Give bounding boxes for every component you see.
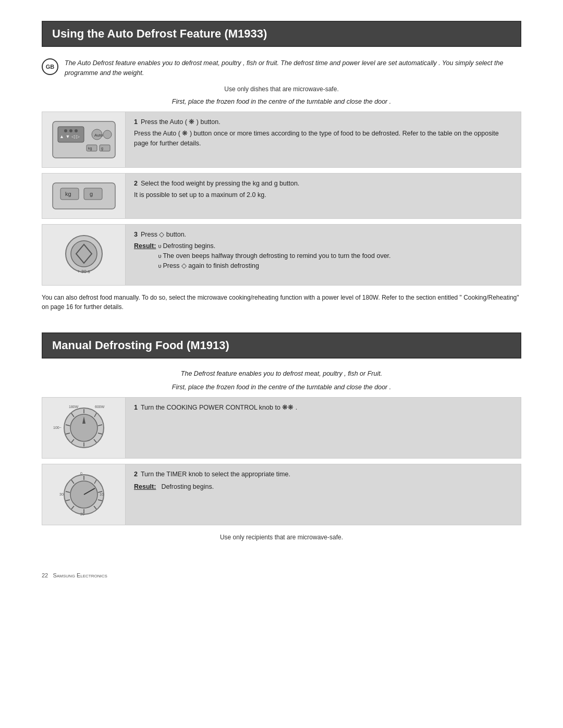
manual-step-row-1: 180W 600W 100~ 1 Turn the COOKING POWER … bbox=[42, 397, 521, 459]
svg-text:10: 10 bbox=[100, 492, 104, 496]
section1-title: Using the Auto Defrost Feature (M1933) bbox=[42, 21, 521, 47]
step-number-2: 2 bbox=[134, 179, 138, 189]
result-item-3-2: Press ◇ again to finish defrosting bbox=[158, 261, 390, 271]
result-item-3-1: The oven beeps halfway through defrostin… bbox=[158, 251, 390, 261]
svg-point-2 bbox=[64, 129, 67, 132]
svg-text:kg: kg bbox=[65, 191, 71, 197]
company-name: Samsung Electronics bbox=[53, 572, 107, 578]
result-label-3: Result: bbox=[134, 241, 156, 251]
svg-text:600W: 600W bbox=[95, 405, 105, 409]
footer-note: Use only recipients that are microwave-s… bbox=[42, 534, 521, 541]
manual-step-content-2: 2 Turn the TIMER knob to select the appr… bbox=[126, 464, 521, 525]
svg-text:+ 30 s: + 30 s bbox=[77, 269, 90, 274]
step-content-1: 1 Press the Auto ( ❋ ) button. Press the… bbox=[126, 112, 521, 167]
svg-text:0: 0 bbox=[80, 472, 82, 475]
step-main-text-3: Press ◇ button. bbox=[141, 230, 186, 240]
step-sub-text-1: Press the Auto ( ❋ ) button once or more… bbox=[134, 129, 512, 149]
svg-text:30: 30 bbox=[59, 492, 64, 496]
svg-text:180W: 180W bbox=[69, 405, 79, 409]
manual-step-header-1: 1 Turn the COOKING POWER CONTROL knob to… bbox=[134, 403, 512, 413]
svg-text:g: g bbox=[90, 191, 93, 197]
step-image-2: kg g bbox=[42, 174, 126, 218]
manual-step-number-2: 2 bbox=[134, 470, 138, 479]
step-header-1: 1 Press the Auto ( ❋ ) button. bbox=[134, 117, 512, 127]
step-row-2: kg g 2 Select the food weight by pressin… bbox=[42, 173, 521, 219]
result-row-manual-2: Result: Defrosting begins. bbox=[134, 482, 512, 492]
intro-block: GB The Auto Defrost feature enables you … bbox=[42, 58, 521, 78]
svg-text:20: 20 bbox=[80, 512, 84, 516]
result-label-manual-2: Result: bbox=[134, 482, 156, 492]
step-row-1: ▲ ▼ ◁ ▷ Auto kg g 1 Press the Auto ( ❋ )… bbox=[42, 112, 521, 168]
svg-text:Auto: Auto bbox=[94, 133, 103, 138]
defrost-feature-text: The Defrost feature enables you to defro… bbox=[42, 370, 521, 377]
manual-step-main-text-1: Turn the COOKING POWER CONTROL knob to ❋… bbox=[141, 403, 297, 413]
svg-rect-16 bbox=[84, 188, 102, 200]
svg-text:g: g bbox=[101, 146, 103, 151]
result-list-3: Defrosting begins. The oven beeps halfwa… bbox=[158, 241, 390, 270]
result-item-3-0: Defrosting begins. bbox=[158, 241, 390, 251]
manual-step-image-2: 0 10 20 30 bbox=[42, 464, 126, 525]
svg-point-3 bbox=[69, 129, 72, 132]
section-auto-defrost: Using the Auto Defrost Feature (M1933) G… bbox=[42, 21, 521, 312]
svg-point-8 bbox=[103, 130, 112, 139]
manual-step-header-2: 2 Turn the TIMER knob to select the appr… bbox=[134, 470, 512, 479]
step-main-text-1: Press the Auto ( ❋ ) button. bbox=[141, 117, 221, 127]
svg-text:kg: kg bbox=[88, 146, 92, 151]
page-footer: 22 Samsung Electronics bbox=[42, 572, 521, 578]
step-main-text-2: Select the food weight by pressing the k… bbox=[141, 179, 299, 189]
svg-text:▲ ▼ ◁ ▷: ▲ ▼ ◁ ▷ bbox=[59, 134, 80, 139]
svg-text:100~: 100~ bbox=[53, 426, 62, 429]
manual-step-main-text-2: Turn the TIMER knob to select the approp… bbox=[141, 470, 290, 479]
manual-step-image-1: 180W 600W 100~ bbox=[42, 398, 126, 458]
step-header-2: 2 Select the food weight by pressing the… bbox=[134, 179, 512, 189]
step-number-3: 3 bbox=[134, 230, 138, 240]
section-manual-defrost: Manual Defrosting Food (M1913) The Defro… bbox=[42, 332, 521, 541]
step-image-1: ▲ ▼ ◁ ▷ Auto kg g bbox=[42, 112, 126, 167]
instruction-note-1: First, place the frozen food in the cent… bbox=[42, 98, 521, 105]
step-header-3: 3 Press ◇ button. bbox=[134, 230, 512, 240]
result-item-manual-2: Defrosting begins. bbox=[161, 482, 214, 492]
manual-step-number-1: 1 bbox=[134, 403, 138, 413]
page-number: 22 bbox=[42, 572, 48, 578]
result-row-3: Result: Defrosting begins. The oven beep… bbox=[134, 241, 512, 270]
step-row-3: + 30 s 3 Press ◇ button. Result: Defrost… bbox=[42, 224, 521, 286]
section2-title: Manual Defrosting Food (M1913) bbox=[42, 332, 521, 359]
center-note-1: Use only dishes that are microwave-safe. bbox=[42, 85, 521, 93]
step-sub-text-2: It is possible to set up to a maxinum of… bbox=[134, 190, 512, 200]
svg-point-4 bbox=[75, 129, 78, 132]
step-image-3: + 30 s bbox=[42, 225, 126, 285]
intro-text: The Auto Defrost feature enables you to … bbox=[65, 58, 521, 78]
manual-note: You can also defrost food manually. To d… bbox=[42, 293, 521, 312]
manual-step-row-2: 0 10 20 30 2 Turn the TIMER knob to sele… bbox=[42, 464, 521, 525]
gb-badge: GB bbox=[42, 58, 58, 75]
manual-step-content-1: 1 Turn the COOKING POWER CONTROL knob to… bbox=[126, 398, 521, 458]
step-content-2: 2 Select the food weight by pressing the… bbox=[126, 174, 521, 218]
step-number-1: 1 bbox=[134, 117, 138, 127]
instruction-note-2: First, place the frozen food in the cent… bbox=[42, 384, 521, 391]
step-content-3: 3 Press ◇ button. Result: Defrosting beg… bbox=[126, 225, 521, 285]
